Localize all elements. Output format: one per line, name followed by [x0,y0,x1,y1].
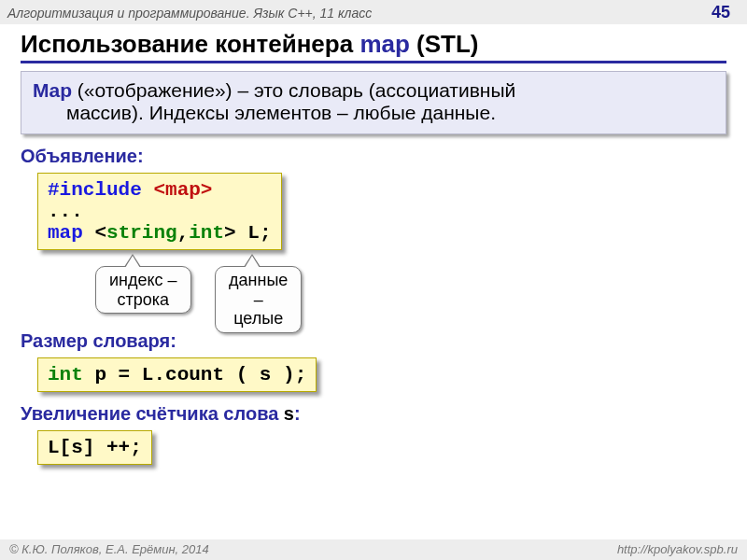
definition-box: Map («отображение») – это словарь (ассоц… [21,71,726,134]
definition-line1: Map («отображение») – это словарь (ассоц… [33,79,714,102]
code-declaration-block: #include <map> ... map <string,int> L; и… [37,173,282,250]
page-number: 45 [712,3,740,22]
section-incr-var: s [284,403,294,424]
footer-copyright: © К.Ю. Поляков, Е.А. Ерёмин, 2014 [9,542,209,556]
title-prefix: Использование контейнера [21,30,359,58]
callout-data: данные – целые [215,266,302,333]
section-incr-suffix: : [294,403,301,424]
slide-header: Алгоритмизация и программирование. Язык … [0,0,747,24]
callout-index-l2: строка [109,290,177,310]
title-keyword: map [359,30,409,58]
code-map-kw: map [48,222,94,244]
definition-line2: массив). Индексы элементов – любые данны… [33,102,714,124]
definition-line1-rest: («отображение») – это словарь (ассоциати… [72,79,515,101]
code-string-kw: string [106,222,177,244]
code-comma: , [177,222,190,244]
code-incr-block: L[s] ++; [37,430,726,465]
slide-body: Использование контейнера map (STL) Map (… [0,24,747,465]
code-declaration: #include <map> ... map <string,int> L; [37,173,282,250]
code-gt: > [224,222,236,244]
code-size-rest: p = L.count ( s ); [83,364,306,385]
code-decl-tail: L; [236,222,272,244]
code-size-block: int p = L.count ( s ); [37,357,726,392]
code-ellipsis: ... [48,201,83,222]
slide-footer: © К.Ю. Поляков, Е.А. Ерёмин, 2014 http:/… [0,539,747,560]
footer-url: http://kpolyakov.spb.ru [617,542,738,556]
code-incr: L[s] ++; [37,430,152,465]
subject-text: Алгоритмизация и программирование. Язык … [7,6,372,21]
callout-index: индекс – строка [95,266,191,314]
code-lt: < [94,222,106,244]
section-increment: Увеличение счётчика слова s: [21,403,726,425]
code-include-header: <map> [142,179,213,201]
code-incr-text: L[s] ++; [48,437,142,458]
code-size-int: int [48,364,83,385]
code-int-kw: int [189,222,224,244]
callout-data-l1: данные – [229,271,288,309]
definition-lead: Map [33,79,72,101]
callout-index-l1: индекс – [109,271,177,290]
callout-data-l2: целые [229,309,288,329]
code-size: int p = L.count ( s ); [37,357,317,392]
section-incr-prefix: Увеличение счётчика слова [21,403,284,424]
section-declaration: Объявление: [21,146,726,167]
title-suffix: (STL) [410,30,479,58]
code-include-kw: #include [48,179,142,201]
slide-title: Использование контейнера map (STL) [21,30,726,63]
section-size: Размер словаря: [21,330,726,352]
